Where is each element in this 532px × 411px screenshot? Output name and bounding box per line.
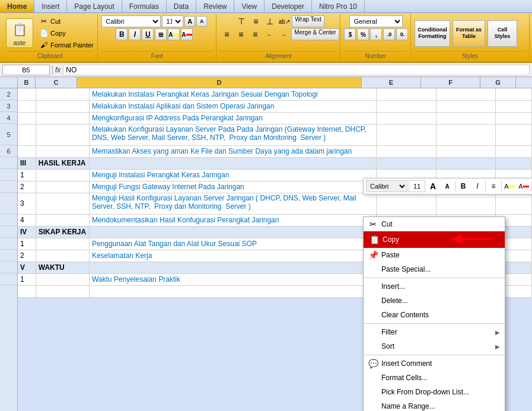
mini-font-dropdown[interactable]: Calibri [366, 180, 407, 192]
row-header-3[interactable]: 3 [0, 100, 17, 112]
cell-b-s3[interactable]: III [18, 157, 36, 169]
cell-c5[interactable] [36, 124, 89, 145]
tab-insert[interactable]: Insert [34, 0, 67, 12]
cell-empty-3[interactable] [89, 285, 376, 297]
context-insert[interactable]: Insert... [364, 279, 505, 294]
align-right-button[interactable]: ≡ [249, 28, 262, 40]
cell-d-s3-1[interactable]: Menguji Instalasi Perangkat Keras Jaring… [89, 169, 376, 181]
copy-button[interactable]: 📄 Copy [37, 28, 96, 39]
font-decrease-button[interactable]: A [196, 16, 207, 27]
cell-b-s3-4[interactable]: 4 [18, 214, 36, 226]
cell-d3[interactable]: Melakukan Instalasi Aplikasi dan Sistem … [89, 100, 376, 112]
cell-g5[interactable] [496, 124, 532, 145]
tab-review[interactable]: Review [196, 0, 234, 12]
conditional-formatting-button[interactable]: Conditional Formatting [415, 20, 450, 47]
cell-g-s3-3[interactable] [496, 193, 532, 214]
cell-g3[interactable] [496, 100, 532, 112]
decrease-indent-button[interactable]: ← [263, 28, 276, 40]
col-header-f[interactable]: F [421, 77, 480, 88]
cell-e4[interactable] [376, 112, 436, 124]
percent-button[interactable]: % [357, 28, 369, 40]
formula-input[interactable] [63, 65, 530, 75]
wrap-text-button[interactable]: Wrap Text [292, 15, 324, 27]
col-header-g[interactable]: G [480, 77, 516, 88]
comma-button[interactable]: , [370, 28, 382, 40]
decrease-decimal-button[interactable]: 0. [396, 28, 408, 40]
cell-b-s3-1[interactable]: 1 [18, 169, 36, 181]
cell-c-s3-1[interactable] [36, 169, 89, 181]
cell-g4[interactable] [496, 112, 532, 124]
row-header-s3-3[interactable] [0, 193, 17, 214]
cell-c6[interactable] [36, 145, 89, 157]
row-header-s4-2[interactable] [0, 250, 17, 262]
cell-e6[interactable] [376, 145, 436, 157]
cell-b-s4-2[interactable]: 2 [18, 250, 36, 262]
row-header-s3-4[interactable] [0, 214, 17, 226]
context-insert-comment[interactable]: 💬 Insert Comment [364, 356, 505, 371]
mini-align-button[interactable]: ≡ [487, 180, 500, 192]
col-header-d[interactable]: D [77, 77, 362, 88]
row-header-s4-1[interactable] [0, 238, 17, 250]
row-header-4[interactable]: 4 [0, 112, 17, 124]
increase-indent-button[interactable]: → [277, 28, 290, 40]
borders-button[interactable]: ⊞ [155, 28, 167, 40]
context-format-cells[interactable]: Format Cells... [364, 371, 505, 385]
context-sort[interactable]: Sort ▶ [364, 339, 505, 353]
cell-b-s5-1[interactable]: 1 [18, 273, 36, 285]
context-delete[interactable]: Delete... [364, 294, 505, 308]
cell-e2[interactable] [376, 88, 436, 100]
cell-d-s4[interactable] [89, 226, 376, 238]
cell-d-s3[interactable] [89, 157, 376, 169]
col-header-c[interactable]: C [36, 77, 77, 88]
cell-b-s4[interactable]: IV [18, 226, 36, 238]
cell-b6[interactable] [18, 145, 36, 157]
align-bottom-button[interactable]: ⊥ [263, 15, 276, 27]
row-header-s5-1[interactable] [0, 273, 17, 285]
cell-f3[interactable] [436, 100, 496, 112]
cell-e-s3-3[interactable] [376, 193, 436, 214]
cell-b2[interactable] [18, 88, 36, 100]
underline-button[interactable]: U [142, 28, 154, 40]
context-paste[interactable]: 📌 Paste [364, 248, 505, 262]
cell-c-s5-1[interactable] [36, 273, 89, 285]
cell-d-s3-3[interactable]: Menguji Hasil Konfigurasi Layanan Server… [89, 193, 376, 214]
tab-nitro[interactable]: Nitro Pro 10 [312, 0, 365, 12]
tab-formulas[interactable]: Formulas [122, 0, 167, 12]
cell-empty-2[interactable] [36, 285, 89, 297]
cell-g2[interactable] [496, 88, 532, 100]
cut-button[interactable]: ✂ Cut [37, 16, 96, 27]
cell-d2[interactable]: Melakukan Instalasi Perangkat Keras Jari… [89, 88, 376, 100]
row-header-s3-2[interactable] [0, 181, 17, 193]
tab-home[interactable]: Home [0, 0, 34, 12]
align-top-button[interactable]: ⊤ [235, 15, 248, 27]
font-size-dropdown[interactable]: 11 [162, 15, 183, 27]
cell-c-s3[interactable]: HASIL KERJA [36, 157, 89, 169]
bold-button[interactable]: B [116, 28, 128, 40]
cell-d-s3-4[interactable]: Mendokumentasikan Hasil Konfugurasi Pera… [89, 214, 376, 226]
paste-button[interactable]: 📋 aste [6, 18, 33, 48]
cell-c-s3-4[interactable] [36, 214, 89, 226]
italic-button[interactable]: I [129, 28, 141, 40]
cell-d5[interactable]: Melakukan Konfigurasi Layanan Server Pad… [89, 124, 376, 145]
cell-b-s3-3[interactable]: 3 [18, 193, 36, 214]
tab-data[interactable]: Data [167, 0, 196, 12]
row-header-2[interactable]: 2 [0, 88, 17, 100]
cell-c-s4-1[interactable] [36, 238, 89, 250]
mini-bold-button[interactable]: B [457, 180, 470, 192]
col-header-e[interactable]: E [362, 77, 421, 88]
cell-f5[interactable] [436, 124, 496, 145]
row-header-s3-1[interactable] [0, 169, 17, 181]
increase-decimal-button[interactable]: .0 [383, 28, 395, 40]
text-angle-button[interactable]: ab↗ [278, 15, 291, 27]
cell-d-s4-2[interactable]: Keselamatan Kerja [89, 250, 376, 262]
context-pick-dropdown[interactable]: Pick From Drop-down List... [364, 385, 505, 399]
cell-d6[interactable]: Memastikan Akses yang aman Ke File dan S… [89, 145, 376, 157]
mini-size-input[interactable] [409, 180, 425, 192]
cell-d-s4-1[interactable]: Penggunaan Alat Tangan dan Alat Ukur Ses… [89, 238, 376, 250]
cell-c-s4-2[interactable] [36, 250, 89, 262]
cell-c2[interactable] [36, 88, 89, 100]
context-filter[interactable]: Filter ▶ [364, 325, 505, 339]
tab-view[interactable]: View [234, 0, 265, 12]
cell-styles-button[interactable]: Cell Styles [488, 20, 517, 47]
row-header-s4[interactable] [0, 226, 17, 238]
